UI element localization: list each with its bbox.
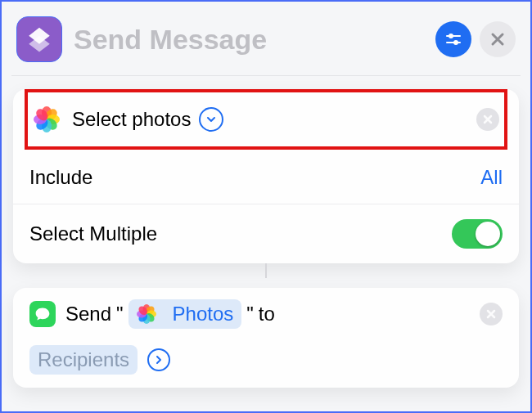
close-icon [490,32,505,47]
messages-app-icon [29,301,56,327]
select-photos-row[interactable]: Select photos [28,94,504,145]
select-photos-label: Select photos [72,108,191,131]
send-word: Send [65,303,111,325]
photos-variable-pill[interactable]: Photos [128,299,242,329]
shortcuts-app-icon [16,16,62,62]
speech-bubble-icon [34,306,51,322]
remove-action-button[interactable] [480,303,503,325]
include-value[interactable]: All [480,166,503,189]
select-multiple-label: Select Multiple [29,222,452,245]
quote-close: " [246,303,254,325]
chevron-down-icon [205,114,217,125]
sliders-icon [444,29,463,49]
recipients-variable-pill[interactable]: Recipients [29,345,138,375]
select-multiple-row: Select Multiple [13,204,519,263]
shortcut-editor-frame: Send Message [0,0,532,413]
to-word: to [259,303,275,325]
close-button[interactable] [480,21,516,57]
svg-point-2 [449,34,453,38]
recipients-pill-label: Recipients [38,348,129,371]
close-icon [483,114,493,124]
page-title: Send Message [74,24,427,56]
close-icon [486,309,496,319]
include-label: Include [29,166,480,189]
highlight-annotation: Select photos [25,89,507,150]
photos-app-icon [33,105,61,133]
svg-point-3 [453,40,458,45]
photos-pill-label: Photos [173,303,234,325]
action-connector [265,263,267,278]
settings-button[interactable] [435,21,471,57]
include-row[interactable]: Include All [13,150,519,204]
select-photos-action-card: Select photos Include All Select Multipl… [13,89,519,263]
send-message-row: Send " Photos " to [29,299,503,375]
chevron-right-icon [153,354,165,366]
send-message-action-card: Send " Photos " to [13,288,519,388]
expand-action-button[interactable] [199,107,223,132]
remove-action-button[interactable] [476,108,499,131]
select-multiple-toggle[interactable] [452,219,503,249]
shortcuts-glyph-icon [25,25,53,53]
quote-open: " [116,303,124,325]
photos-app-icon [137,304,156,324]
expand-action-button[interactable] [147,348,170,371]
header: Send Message [11,10,521,76]
